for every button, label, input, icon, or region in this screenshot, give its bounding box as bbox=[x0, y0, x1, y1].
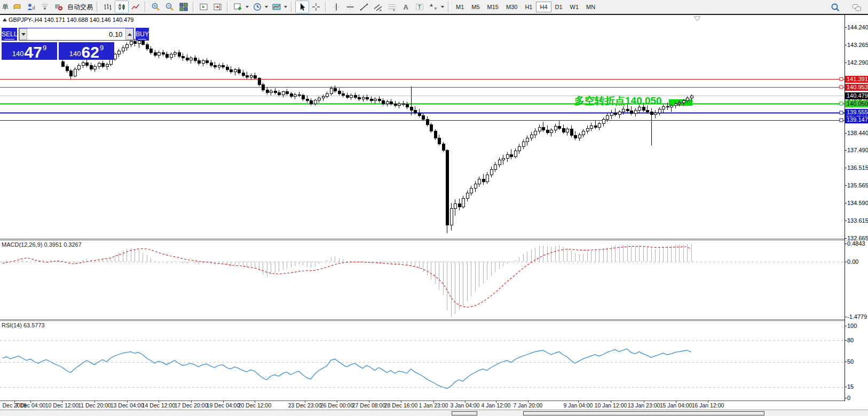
candle-body bbox=[510, 155, 512, 156]
fibonacci-icon[interactable]: F bbox=[385, 1, 399, 13]
candle-body bbox=[490, 169, 493, 175]
candle-body bbox=[382, 101, 384, 104]
timeframe-w1[interactable]: W1 bbox=[566, 2, 583, 12]
line-handle-icon[interactable] bbox=[840, 119, 843, 122]
candle-body bbox=[238, 70, 240, 73]
cursor-icon[interactable] bbox=[295, 1, 309, 13]
main-macd-separator[interactable] bbox=[0, 239, 845, 240]
chart-canvas[interactable] bbox=[0, 0, 868, 416]
macd-rsi-separator[interactable] bbox=[0, 319, 845, 321]
new-chart-icon[interactable] bbox=[231, 1, 245, 13]
order-book-icon[interactable] bbox=[10, 1, 24, 13]
candle-body bbox=[358, 97, 360, 99]
candle-body bbox=[506, 155, 509, 159]
text-label-icon[interactable]: T bbox=[413, 1, 427, 13]
timeframe-m15[interactable]: M15 bbox=[484, 2, 502, 12]
dropdown-arrow-icon[interactable] bbox=[265, 6, 268, 8]
candle-body bbox=[578, 135, 581, 138]
trendline-icon[interactable] bbox=[357, 1, 371, 13]
candle-body bbox=[454, 204, 456, 209]
horizontal-line-icon[interactable] bbox=[343, 1, 357, 13]
autoscroll-marker-icon[interactable] bbox=[694, 17, 700, 21]
candle-body bbox=[598, 124, 601, 128]
candle-body bbox=[682, 101, 685, 103]
timeframe-m5[interactable]: M5 bbox=[468, 2, 483, 12]
chat-icon[interactable] bbox=[850, 1, 864, 14]
candle-body bbox=[230, 70, 232, 72]
line-chart-icon[interactable] bbox=[129, 1, 143, 13]
candle-body bbox=[534, 131, 536, 135]
candle-body bbox=[157, 52, 160, 55]
candle-body bbox=[654, 113, 657, 114]
order-button-text[interactable]: 单 bbox=[1, 3, 10, 12]
autotrade-icon[interactable] bbox=[52, 1, 66, 13]
candle-body bbox=[141, 41, 144, 44]
line-handle-icon[interactable] bbox=[840, 85, 843, 89]
bars-chart-icon[interactable] bbox=[101, 1, 115, 13]
volume-decrease-button[interactable] bbox=[19, 28, 27, 40]
timeframe-h4[interactable]: H4 bbox=[536, 2, 551, 12]
dropdown-arrow-icon[interactable] bbox=[246, 6, 249, 8]
sell-button[interactable]: SELL bbox=[2, 28, 17, 41]
templates-icon[interactable] bbox=[270, 1, 283, 13]
search-icon[interactable] bbox=[828, 1, 842, 14]
zoom-in-icon[interactable] bbox=[149, 1, 163, 13]
timeframe-m1[interactable]: M1 bbox=[452, 2, 468, 12]
candle-body bbox=[69, 71, 72, 76]
candle-body bbox=[546, 130, 549, 133]
text-icon[interactable]: A bbox=[399, 1, 413, 13]
periods-clock-icon[interactable] bbox=[250, 1, 264, 13]
candle-body bbox=[570, 129, 573, 136]
dropdown-arrow-icon[interactable] bbox=[284, 6, 287, 8]
candle-body bbox=[426, 119, 429, 124]
buy-button[interactable]: BUY bbox=[136, 28, 149, 41]
autotrade-label[interactable]: 自动交易 bbox=[66, 3, 94, 12]
toolbar-separator bbox=[145, 2, 147, 12]
tile-windows-icon[interactable] bbox=[177, 1, 191, 13]
line-handle-icon[interactable] bbox=[840, 77, 843, 81]
candle-body bbox=[362, 97, 365, 99]
crosshair-icon[interactable] bbox=[309, 1, 323, 13]
candle-body bbox=[234, 70, 236, 72]
chart-autoscroll-icon[interactable] bbox=[211, 1, 225, 13]
sell-price-display[interactable]: 140 47 9 bbox=[2, 42, 57, 60]
candles-chart-icon[interactable] bbox=[115, 1, 129, 13]
chart-annotation-text[interactable]: 多空转折点140.050 bbox=[574, 94, 662, 108]
timeframe-h1[interactable]: H1 bbox=[521, 2, 536, 12]
candle-body bbox=[330, 88, 333, 93]
candle-body bbox=[374, 99, 376, 101]
timeframe-m30[interactable]: M30 bbox=[502, 2, 521, 12]
line-handle-icon[interactable] bbox=[840, 111, 843, 114]
bottom-scroll-strip[interactable] bbox=[0, 410, 868, 416]
volume-input[interactable] bbox=[27, 28, 125, 40]
candle-body bbox=[310, 101, 312, 104]
volume-increase-button[interactable] bbox=[125, 28, 133, 40]
dropdown-arrow-icon[interactable] bbox=[441, 6, 444, 8]
candle-body bbox=[266, 90, 269, 92]
profile-icon[interactable] bbox=[24, 1, 38, 13]
candle-body bbox=[250, 75, 252, 77]
sell-price-big: 47 bbox=[25, 44, 42, 60]
window-border bbox=[0, 14, 868, 15]
candle-body bbox=[446, 150, 448, 225]
candle-body bbox=[286, 92, 288, 93]
candle-body bbox=[670, 106, 673, 107]
zoom-out-icon[interactable] bbox=[163, 1, 177, 13]
expand-triangle-icon[interactable] bbox=[3, 18, 7, 21]
vertical-line-icon[interactable] bbox=[329, 1, 343, 13]
chart-shift-icon[interactable] bbox=[197, 1, 211, 13]
arrows-icon[interactable] bbox=[427, 1, 440, 13]
candle-body bbox=[194, 58, 196, 61]
buy-price-display[interactable]: 140 62 9 bbox=[59, 42, 114, 60]
timeframe-mn[interactable]: MN bbox=[582, 2, 599, 12]
timeframe-d1[interactable]: D1 bbox=[551, 2, 566, 12]
toolbar-separator bbox=[227, 2, 229, 12]
candle-body bbox=[210, 62, 212, 65]
channel-icon[interactable]: E bbox=[371, 1, 385, 13]
line-handle-icon[interactable] bbox=[840, 102, 843, 105]
candle-body bbox=[133, 42, 136, 43]
candle-body bbox=[470, 189, 472, 193]
candle-body bbox=[386, 102, 389, 104]
rsi-line bbox=[3, 349, 691, 388]
signal-icon[interactable] bbox=[38, 1, 52, 13]
